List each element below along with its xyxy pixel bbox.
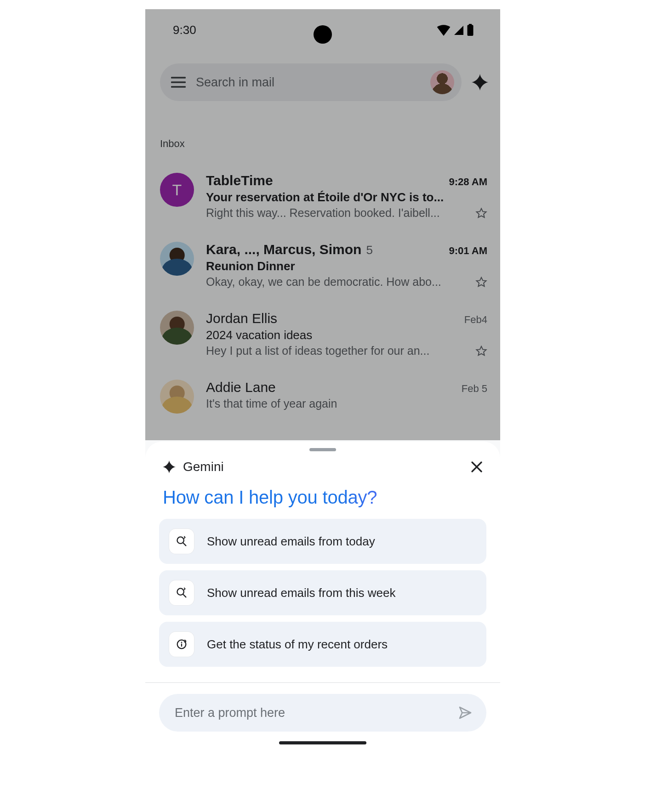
search-refresh-icon: [169, 529, 194, 554]
battery-icon: [467, 24, 474, 36]
email-item[interactable]: Kara, ..., Marcus, Simon5 9:01 AM Reunio…: [145, 233, 500, 302]
menu-icon[interactable]: [171, 77, 186, 88]
phone-frame: 9:30 Search in mail Inbox T TableTime: [145, 9, 500, 751]
sheet-title: Gemini: [163, 460, 224, 474]
email-time: 9:01 AM: [449, 245, 487, 257]
status-icons: [437, 24, 474, 36]
email-subject: Reunion Dinner: [206, 259, 487, 273]
wifi-icon: [437, 25, 451, 36]
send-button[interactable]: [458, 705, 473, 720]
sender-name: TableTime: [206, 173, 273, 188]
suggestion-chip[interactable]: Show unread emails from today: [159, 519, 486, 564]
sender-avatar[interactable]: [160, 311, 194, 345]
drag-handle[interactable]: [309, 448, 336, 451]
gemini-bottom-sheet: Gemini How can I help you today? Show un…: [145, 442, 500, 751]
gemini-greeting: How can I help you today?: [145, 474, 500, 518]
svg-rect-1: [469, 24, 472, 25]
email-subject: Your reservation at Étoile d'Or NYC is t…: [206, 190, 487, 204]
sender-avatar[interactable]: [160, 242, 194, 276]
suggestion-list: Show unread emails from today Show unrea…: [145, 519, 500, 667]
sender-name: Kara, ..., Marcus, Simon5: [206, 242, 373, 257]
email-item[interactable]: T TableTime 9:28 AM Your reservation at …: [145, 165, 500, 233]
email-snippet: Okay, okay, we can be democratic. How ab…: [206, 275, 469, 289]
search-row: Search in mail: [160, 63, 489, 101]
signal-icon: [453, 25, 464, 36]
close-button[interactable]: [470, 460, 484, 474]
status-bar: 9:30: [145, 9, 500, 51]
email-snippet: It's that time of year again: [206, 397, 487, 410]
suggestion-label: Show unread emails from this week: [207, 586, 395, 600]
divider: [145, 682, 500, 683]
sender-name: Addie Lane: [206, 380, 276, 395]
email-list: T TableTime 9:28 AM Your reservation at …: [145, 165, 500, 441]
search-placeholder: Search in mail: [196, 75, 420, 90]
search-refresh-icon: [169, 580, 194, 605]
gemini-sparkle-button[interactable]: [471, 73, 489, 91]
search-pill[interactable]: Search in mail: [160, 63, 462, 101]
email-subject: 2024 vacation ideas: [206, 328, 487, 342]
info-refresh-icon: [169, 632, 194, 657]
star-icon[interactable]: [475, 345, 487, 357]
svg-rect-0: [468, 25, 474, 36]
sender-avatar[interactable]: T: [160, 173, 194, 207]
profile-avatar[interactable]: [430, 70, 454, 94]
suggestion-label: Get the status of my recent orders: [207, 637, 388, 652]
email-snippet: Right this way... Reservation booked. I'…: [206, 206, 469, 220]
email-time: Feb 5: [462, 383, 487, 395]
email-time: 9:28 AM: [449, 176, 487, 188]
suggestion-chip[interactable]: Get the status of my recent orders: [159, 622, 486, 667]
email-snippet: Hey I put a list of ideas together for o…: [206, 344, 469, 358]
suggestion-label: Show unread emails from today: [207, 534, 375, 549]
gemini-sparkle-icon: [163, 460, 176, 473]
suggestion-chip[interactable]: Show unread emails from this week: [159, 570, 486, 615]
email-item[interactable]: Addie Lane Feb 5 It's that time of year …: [145, 371, 500, 441]
svg-point-5: [181, 642, 183, 643]
svg-rect-6: [181, 643, 182, 647]
email-time: Feb4: [464, 314, 487, 326]
sender-avatar[interactable]: [160, 380, 194, 414]
section-label: Inbox: [160, 138, 185, 150]
prompt-placeholder: Enter a prompt here: [175, 706, 285, 720]
navigation-handle[interactable]: [279, 741, 366, 744]
status-time: 9:30: [173, 23, 196, 37]
star-icon[interactable]: [475, 276, 487, 288]
email-item[interactable]: Jordan Ellis Feb4 2024 vacation ideas He…: [145, 302, 500, 371]
prompt-input[interactable]: Enter a prompt here: [159, 694, 486, 732]
sender-name: Jordan Ellis: [206, 311, 277, 326]
camera-cutout: [314, 25, 332, 44]
star-icon[interactable]: [475, 207, 487, 219]
